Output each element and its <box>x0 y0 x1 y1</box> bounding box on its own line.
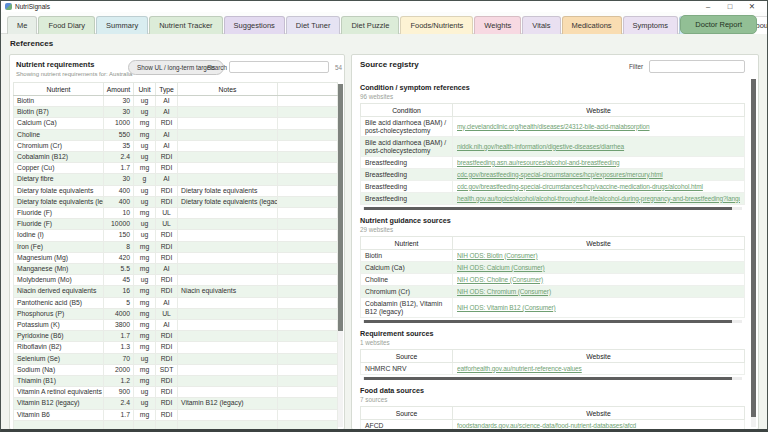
table-row[interactable]: Fluoride (F)10000ugUL <box>14 219 338 230</box>
cell: RDI <box>156 286 178 297</box>
cell <box>178 331 278 342</box>
cell: Dietary folate equivalents (legacy) <box>14 196 104 207</box>
cell: RDI <box>156 196 178 207</box>
cell: ug <box>134 96 156 107</box>
table-row[interactable]: Vitamin B61.7mgRDI <box>14 409 338 420</box>
website-link[interactable]: breastfeeding.asn.au/resources/alcohol-a… <box>457 159 740 167</box>
cell: RDI <box>156 252 178 263</box>
tab-vitals[interactable]: Vitals <box>522 16 560 34</box>
right-vertical-scrollbar[interactable] <box>751 79 756 427</box>
website-link[interactable]: foodstandards.gov.au/science-data/food-n… <box>457 422 740 430</box>
website-link[interactable]: cdc.gov/breastfeeding-special-circumstan… <box>457 183 740 191</box>
table-row[interactable]: Magnesium (Mg)420mgRDI <box>14 252 338 263</box>
cell: Bile acid diarrhoea (BAM) / post-cholecy… <box>361 137 453 157</box>
tab-foods-nutrients[interactable]: Foods/Nutrients <box>400 16 473 34</box>
website-link[interactable]: cdc.gov/breastfeeding-special-circumstan… <box>457 171 740 179</box>
table-row[interactable]: Chromium (Cr)35ugAI <box>14 140 338 151</box>
table-row[interactable]: Dietary folate equivalents (legacy)400ug… <box>14 196 338 207</box>
tab-weights[interactable]: Weights <box>474 16 521 34</box>
table-row[interactable]: Cobalamin (B12)2.4ugRDI <box>14 152 338 163</box>
cell: 1.7 <box>104 409 134 420</box>
table-row: Breastfeedingbreastfeeding.asn.au/resour… <box>361 157 745 169</box>
tab-summary[interactable]: Summary <box>96 16 148 34</box>
cell <box>278 409 338 420</box>
horizontal-scrollbar[interactable] <box>363 207 742 210</box>
table-row[interactable]: Niacin derived equivalents16mgRDINiacin … <box>14 286 338 297</box>
table-row[interactable]: Iodine (I)150ugRDI <box>14 230 338 241</box>
cell: 1000 <box>104 118 134 129</box>
cell <box>278 230 338 241</box>
nutrient-table-header: NutrientAmountUnitTypeNotes <box>14 83 338 96</box>
cell <box>278 140 338 151</box>
table-row[interactable]: Calcium (Ca)1000mgRDI <box>14 118 338 129</box>
table-row[interactable]: Riboflavin (B2)1.3mgRDI <box>14 342 338 353</box>
search-input[interactable] <box>229 61 329 73</box>
cell <box>178 163 278 174</box>
table-row[interactable]: Sodium (Na)2000mgSDT <box>14 364 338 375</box>
table-row[interactable]: Choline550mgAI <box>14 129 338 140</box>
close-icon[interactable]: ✕ <box>741 1 763 12</box>
scrollbar-thumb[interactable] <box>338 84 343 331</box>
scrollbar-thumb[interactable] <box>364 320 732 323</box>
website-link[interactable]: NIH ODS: Choline (Consumer) <box>457 276 740 284</box>
tab-me[interactable]: Me <box>7 16 37 34</box>
website-link[interactable]: health.gov.au/topics/alcohol/alcohol-thr… <box>457 195 740 203</box>
horizontal-scrollbar[interactable] <box>363 320 742 323</box>
cell <box>278 286 338 297</box>
filter-input[interactable] <box>649 60 745 73</box>
section-title: Nutrient guidance sources <box>360 216 745 225</box>
table-row[interactable]: Thiamin (B1)1.2mgRDI <box>14 376 338 387</box>
cell: Biotin <box>14 96 104 107</box>
cell: UL <box>156 219 178 230</box>
website-link[interactable]: NIH ODS: Chromium (Consumer) <box>457 288 740 296</box>
table-row[interactable]: Pyridoxine (B6)1.7mgRDI <box>14 331 338 342</box>
scrollbar-thumb[interactable] <box>364 377 732 380</box>
website-link[interactable]: NIH ODS: Vitamin B12 (Consumer) <box>457 304 740 312</box>
table-row[interactable]: Iron (Fe)8mgRDI <box>14 241 338 252</box>
table-row: Bile acid diarrhoea (BAM) / post-cholecy… <box>361 137 745 157</box>
cell <box>278 320 338 331</box>
left-vertical-scrollbar[interactable] <box>338 84 343 427</box>
cell: RDI <box>156 230 178 241</box>
tab-diet-puzzle[interactable]: Diet Puzzle <box>341 16 399 34</box>
tab-suggestions[interactable]: Suggestions <box>224 16 285 34</box>
scrollbar-thumb[interactable] <box>364 207 732 210</box>
column-header-website: Website <box>453 237 745 250</box>
table-row[interactable]: Fluoride (F)10mgUL <box>14 208 338 219</box>
tab-diet-tuner[interactable]: Diet Tuner <box>286 16 341 34</box>
source-table: SourceWebsiteNHMRC NRVeatforhealth.gov.a… <box>360 349 745 375</box>
scrollbar-thumb[interactable] <box>751 79 756 417</box>
table-row[interactable]: Pantothenic acid (B5)5mgAI <box>14 297 338 308</box>
website-link[interactable]: my.clevelandclinic.org/health/diseases/2… <box>457 123 740 131</box>
minimize-icon[interactable]: – <box>697 1 719 12</box>
tab-nutrient-tracker[interactable]: Nutrient Tracker <box>149 16 222 34</box>
tab-symptoms[interactable]: Symptoms <box>623 16 678 34</box>
table-row[interactable]: Dietary fibre30gAI <box>14 174 338 185</box>
table-row[interactable]: Biotin30ugAI <box>14 96 338 107</box>
table-row[interactable]: Copper (Cu)1.7mgRDI <box>14 163 338 174</box>
table-row[interactable] <box>14 420 338 430</box>
table-row[interactable]: Phosphorus (P)4000mgUL <box>14 308 338 319</box>
table-row[interactable]: Potassium (K)3800mgAI <box>14 320 338 331</box>
table-row[interactable]: Biotin (B7)30ugAI <box>14 107 338 118</box>
website-link[interactable]: NIH ODS: Calcium (Consumer) <box>457 264 740 272</box>
cell: 1.2 <box>104 376 134 387</box>
website-link[interactable]: niddk.nih.gov/health-information/digesti… <box>457 143 740 151</box>
website-link[interactable]: eatforhealth.gov.au/nutrient-reference-v… <box>457 365 740 373</box>
cell: 420 <box>104 252 134 263</box>
table-row[interactable]: Molybdenum (Mo)45ugRDI <box>14 275 338 286</box>
doctor-report-button[interactable]: Doctor Report <box>680 15 757 34</box>
cell: ug <box>134 398 156 409</box>
table-row[interactable]: Dietary folate equivalents400ugRDIDietar… <box>14 185 338 196</box>
cell: Magnesium (Mg) <box>14 252 104 263</box>
website-link[interactable]: NIH ODS: Biotin (Consumer) <box>457 252 740 260</box>
maximize-icon[interactable]: □ <box>719 1 741 12</box>
cell: 30 <box>104 107 134 118</box>
table-row[interactable]: Manganese (Mn)5.5mgAI <box>14 264 338 275</box>
table-row[interactable]: Selenium (Se)70ugRDI <box>14 353 338 364</box>
table-row[interactable]: Vitamin A retinol equivalents900ugRDI <box>14 387 338 398</box>
tab-medications[interactable]: Medications <box>562 16 622 34</box>
tab-food-diary[interactable]: Food Diary <box>38 16 95 34</box>
horizontal-scrollbar[interactable] <box>363 377 742 380</box>
table-row[interactable]: Vitamin B12 (legacy)2.4ugRDIVitamin B12 … <box>14 398 338 409</box>
